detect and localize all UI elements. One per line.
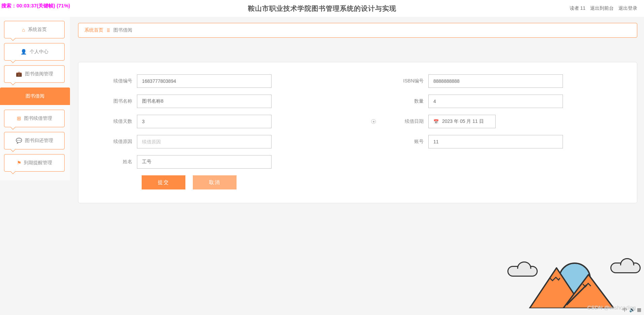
book-name-input[interactable] — [137, 95, 272, 108]
sidebar-item-label: 图书归还管理 — [25, 138, 53, 144]
grid-view-icon: ▦ — [637, 307, 641, 313]
name-input[interactable] — [137, 155, 272, 169]
renew-reason-input[interactable] — [137, 135, 272, 148]
app-header: 鞍山市职业技术学院图书管理系统的设计与实现 读者 11 退出到前台 退出登录 — [0, 0, 644, 17]
recording-overlay: 搜索：00:03:37(关键帧) (71%) — [1, 3, 70, 9]
label-renew-reason: 续借原因 — [100, 139, 137, 145]
calendar-icon: 📅 — [433, 119, 439, 124]
zoom-icon: 中 — [622, 307, 627, 313]
front-link[interactable]: 退出到前台 — [590, 5, 614, 11]
header-right: 读者 11 退出到前台 退出登录 — [570, 0, 637, 17]
decorative-illustration — [506, 244, 641, 312]
breadcrumb-current: 图书借阅 — [113, 27, 132, 33]
renew-date-input[interactable]: 📅 2023 年 05 月 11 日 — [428, 115, 496, 128]
page-title: 鞍山市职业技术学院图书管理系统的设计与实现 — [248, 4, 396, 13]
breadcrumb: 系统首页 图书借阅 — [78, 23, 637, 38]
renew-no-input[interactable] — [137, 74, 272, 88]
briefcase-icon: 💼 — [16, 71, 22, 77]
cancel-button[interactable]: 取消 — [193, 175, 237, 189]
chat-icon: 💬 — [16, 138, 22, 144]
sidebar-item-borrow[interactable]: 图书借阅 — [0, 88, 70, 105]
sidebar-item-label: 系统首页 — [28, 27, 47, 33]
isbn-input[interactable] — [428, 74, 563, 88]
sidebar-item-borrow-mgmt[interactable]: 💼 图书借阅管理 — [4, 65, 65, 83]
breadcrumb-separator-icon — [107, 29, 110, 32]
sidebar-item-renew-mgmt[interactable]: ⊞ 图书续借管理 — [4, 110, 65, 127]
home-icon: ⌂ — [22, 27, 25, 33]
sidebar-item-profile[interactable]: 👤 个人中心 — [4, 43, 65, 61]
label-renew-no: 续借编号 — [100, 78, 137, 84]
label-isbn: ISBN编号 — [398, 78, 428, 84]
main-content: 系统首页 图书借阅 续借编号 ISBN编号 图书名称 数量 — [78, 23, 637, 203]
sidebar-item-home[interactable]: ⌂ 系统首页 — [4, 21, 65, 38]
label-quantity: 数量 — [398, 98, 428, 104]
label-name: 姓名 — [100, 159, 137, 165]
sidebar-item-return-mgmt[interactable]: 💬 图书归还管理 — [4, 132, 65, 149]
label-book-name: 图书名称 — [100, 98, 137, 104]
sidebar-item-label: 图书借阅管理 — [25, 71, 53, 77]
grid-icon: ⊞ — [17, 115, 21, 121]
logout-link[interactable]: 退出登录 — [618, 5, 637, 11]
label-account: 账号 — [398, 139, 428, 145]
form-card: 续借编号 ISBN编号 图书名称 数量 续借天数 — [78, 62, 637, 203]
radio-icon[interactable] — [371, 119, 376, 124]
user-icon: 👤 — [21, 49, 27, 55]
label-renew-days: 续借天数 — [100, 118, 137, 125]
sidebar-item-label: 到期提醒管理 — [24, 160, 52, 166]
sidebar: ⌂ 系统首页 👤 个人中心 💼 图书借阅管理 图书借阅 ⊞ 图书续借管理 💬 图… — [0, 17, 70, 180]
browser-status-icons: 中 🔊 ▦ — [622, 307, 641, 313]
submit-button[interactable]: 提交 — [142, 175, 185, 189]
sidebar-item-label: 图书续借管理 — [24, 115, 52, 121]
flag-icon: ⚑ — [17, 160, 21, 166]
sound-icon: 🔊 — [629, 307, 635, 313]
breadcrumb-home[interactable]: 系统首页 — [84, 27, 103, 33]
user-label[interactable]: 读者 11 — [570, 5, 585, 11]
account-input[interactable] — [428, 135, 563, 148]
renew-date-value: 2023 年 05 月 11 日 — [442, 118, 484, 125]
renew-days-input[interactable] — [137, 115, 272, 128]
sidebar-item-due-mgmt[interactable]: ⚑ 到期提醒管理 — [4, 154, 65, 172]
sidebar-item-label: 个人中心 — [30, 49, 48, 55]
button-row: 提交 取消 — [100, 175, 615, 189]
label-renew-date: 续借日期 — [398, 118, 428, 125]
sidebar-item-label: 图书借阅 — [26, 93, 44, 99]
quantity-input[interactable] — [428, 95, 563, 108]
mountain-icon — [526, 265, 614, 308]
